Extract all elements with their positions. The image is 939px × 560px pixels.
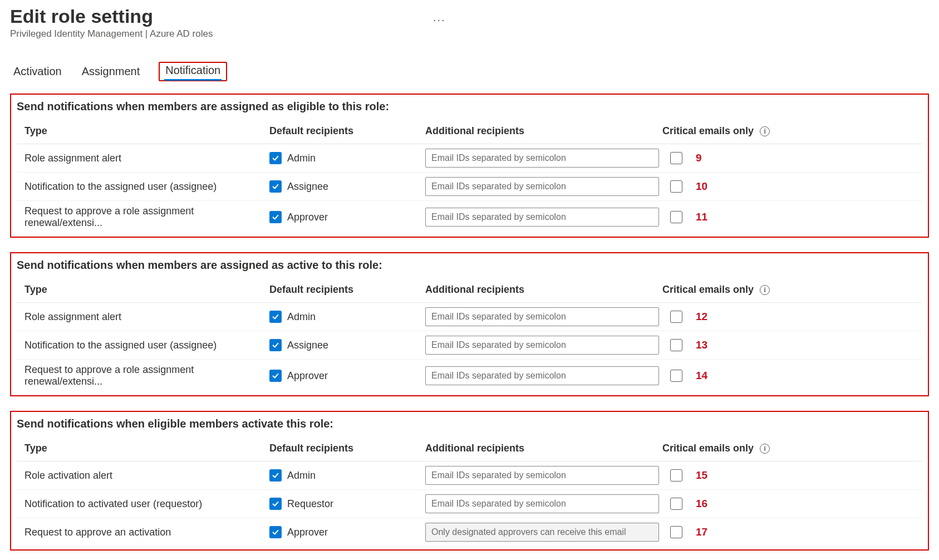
notification-type: Request to approve an activation [17, 518, 262, 547]
table-row: Role assignment alertAdmin12 [17, 303, 922, 331]
col-type: Type [17, 121, 262, 144]
col-critical-emails: Critical emails only i [662, 279, 922, 303]
critical-emails-checkbox[interactable] [670, 311, 682, 323]
additional-recipients-input[interactable] [425, 307, 659, 326]
step-badge: 9 [696, 152, 702, 164]
notification-type: Role assignment alert [17, 303, 262, 331]
notification-section: Send notifications when members are assi… [10, 94, 929, 238]
tab-notification[interactable]: Notification [164, 61, 222, 80]
default-recipient-checkbox[interactable] [269, 339, 282, 351]
table-row: Request to approve a role assignment ren… [17, 360, 922, 392]
critical-emails-checkbox[interactable] [670, 339, 682, 351]
notification-section: Send notifications when members are assi… [10, 252, 929, 396]
critical-emails-checkbox[interactable] [670, 469, 682, 482]
notification-type: Request to approve a role assignment ren… [17, 201, 262, 234]
default-recipient-label: Admin [287, 470, 316, 482]
additional-recipients-input[interactable] [425, 149, 659, 168]
breadcrumb: Privileged Identity Management | Azure A… [10, 28, 929, 40]
notification-type: Role activation alert [17, 461, 262, 490]
critical-emails-checkbox[interactable] [670, 152, 682, 164]
step-badge: 12 [696, 311, 707, 323]
table-row: Notification to activated user (requesto… [17, 490, 922, 518]
step-badge: 16 [696, 498, 707, 510]
step-badge: 17 [696, 526, 707, 538]
default-recipient-checkbox[interactable] [269, 370, 282, 382]
col-type: Type [17, 279, 262, 303]
col-type: Type [17, 438, 262, 461]
notification-type: Notification to activated user (requesto… [17, 490, 262, 518]
more-actions-button[interactable]: ... [433, 11, 446, 24]
info-icon[interactable]: i [760, 444, 770, 454]
step-badge: 15 [696, 469, 707, 482]
col-additional-recipients: Additional recipients [417, 279, 662, 303]
additional-recipients-input[interactable] [425, 494, 659, 513]
table-row: Notification to the assigned user (assig… [17, 331, 922, 360]
critical-emails-checkbox[interactable] [670, 498, 682, 510]
step-badge: 11 [696, 211, 707, 223]
default-recipient-label: Approver [287, 370, 328, 382]
col-additional-recipients: Additional recipients [417, 438, 662, 461]
info-icon[interactable]: i [760, 285, 770, 295]
col-additional-recipients: Additional recipients [417, 121, 662, 144]
default-recipient-checkbox[interactable] [269, 180, 282, 193]
default-recipient-label: Admin [287, 153, 316, 164]
default-recipient-label: Assignee [287, 340, 328, 351]
additional-recipients-input[interactable] [425, 208, 659, 227]
additional-recipients-input [425, 523, 659, 542]
additional-recipients-input[interactable] [425, 366, 659, 385]
step-badge: 14 [696, 370, 707, 382]
notification-type: Notification to the assigned user (assig… [17, 173, 262, 201]
default-recipient-label: Approver [287, 212, 328, 223]
notification-section: Send notifications when eligible members… [10, 411, 929, 551]
col-critical-emails: Critical emails only i [662, 438, 922, 461]
default-recipient-checkbox[interactable] [269, 526, 282, 538]
page-title: Edit role setting [10, 6, 929, 27]
critical-emails-checkbox[interactable] [670, 211, 682, 223]
critical-emails-checkbox[interactable] [670, 180, 682, 193]
default-recipient-label: Admin [287, 311, 316, 323]
col-default-recipients: Default recipients [262, 279, 417, 303]
section-title: Send notifications when members are assi… [17, 100, 922, 113]
section-title: Send notifications when eligible members… [17, 417, 922, 430]
default-recipient-label: Approver [287, 527, 328, 538]
step-badge: 10 [696, 180, 707, 193]
default-recipient-label: Requestor [287, 498, 333, 510]
step-badge: 13 [696, 339, 707, 351]
table-row: Notification to the assigned user (assig… [17, 173, 922, 201]
tab-assignment[interactable]: Assignment [81, 62, 141, 81]
default-recipient-checkbox[interactable] [269, 311, 282, 323]
col-critical-emails: Critical emails only i [662, 121, 922, 144]
table-row: Request to approve an activationApprover… [17, 518, 922, 547]
table-row: Role assignment alertAdmin9 [17, 144, 922, 173]
notification-type: Notification to the assigned user (assig… [17, 331, 262, 360]
additional-recipients-input[interactable] [425, 466, 659, 485]
info-icon[interactable]: i [760, 126, 770, 136]
default-recipient-checkbox[interactable] [269, 152, 282, 164]
col-default-recipients: Default recipients [262, 121, 417, 144]
default-recipient-checkbox[interactable] [269, 498, 282, 510]
notification-type: Request to approve a role assignment ren… [17, 360, 262, 392]
default-recipient-label: Assignee [287, 181, 328, 193]
additional-recipients-input[interactable] [425, 177, 659, 196]
notification-type: Role assignment alert [17, 144, 262, 173]
critical-emails-checkbox[interactable] [670, 370, 682, 382]
default-recipient-checkbox[interactable] [269, 211, 282, 223]
table-row: Role activation alertAdmin15 [17, 461, 922, 490]
critical-emails-checkbox[interactable] [670, 526, 682, 538]
section-title: Send notifications when members are assi… [17, 259, 922, 272]
tabs: ActivationAssignmentNotification [10, 62, 929, 81]
table-row: Request to approve a role assignment ren… [17, 201, 922, 234]
default-recipient-checkbox[interactable] [269, 469, 282, 482]
col-default-recipients: Default recipients [262, 438, 417, 461]
tab-activation[interactable]: Activation [12, 62, 63, 81]
additional-recipients-input[interactable] [425, 336, 659, 355]
